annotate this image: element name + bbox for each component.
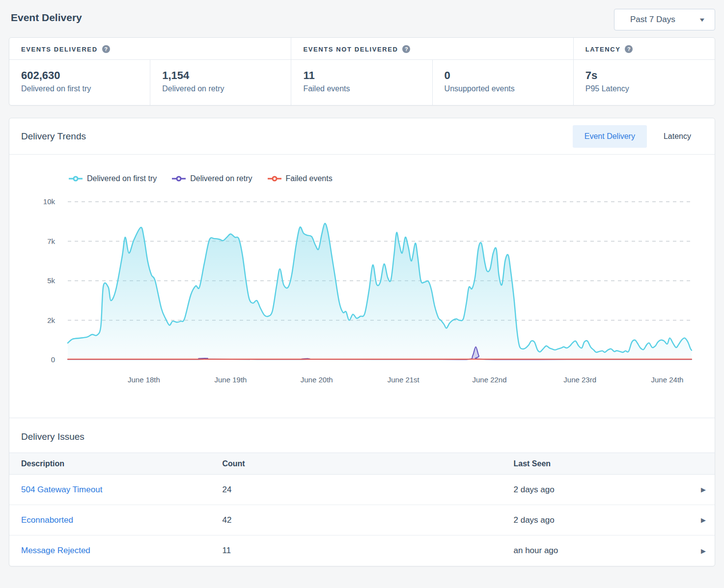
svg-text:June 23rd: June 23rd [563, 375, 596, 384]
svg-text:June 21st: June 21st [388, 375, 420, 384]
col-last-seen: Last Seen [514, 459, 693, 468]
trends-chart[interactable]: 02k5k7k10kJune 18thJune 19thJune 20thJun… [9, 187, 714, 418]
time-range-dropdown[interactable]: Past 7 Days ▼ [614, 9, 715, 30]
issues-title: Delivery Issues [21, 431, 703, 442]
issue-link[interactable]: Econnaborted [21, 515, 222, 525]
chevron-down-icon: ▼ [698, 17, 706, 23]
chevron-right-icon[interactable]: ▶ [701, 516, 706, 524]
delivery-trends-card: Delivery Trends Event Delivery Latency D… [9, 118, 715, 566]
issue-count: 11 [222, 546, 513, 556]
issues-header: Delivery Issues [9, 418, 715, 453]
stat-value: 1,154 [162, 69, 279, 82]
stat-value: 11 [303, 69, 420, 82]
stat-label: Delivered on first try [21, 84, 138, 93]
issues-table-header: Description Count Last Seen [9, 453, 715, 475]
tab-event-delivery[interactable]: Event Delivery [573, 125, 647, 148]
chart-legend: Delivered on first try Delivered on retr… [68, 174, 715, 183]
line-marker-icon [68, 176, 83, 182]
svg-text:5k: 5k [47, 276, 55, 285]
stat-label: Failed events [303, 84, 420, 93]
table-row[interactable]: Message Rejected 11 an hour ago ▶ [9, 535, 715, 566]
stat-value: 602,630 [21, 69, 138, 82]
svg-text:2k: 2k [47, 316, 55, 324]
trends-header: Delivery Trends Event Delivery Latency [9, 118, 715, 155]
chevron-right-icon[interactable]: ▶ [701, 547, 706, 555]
help-icon[interactable]: ? [625, 45, 633, 53]
issue-last-seen: an hour ago [514, 546, 693, 556]
svg-text:June 19th: June 19th [215, 375, 247, 384]
trends-chart-area[interactable]: 02k5k7k10kJune 18thJune 19thJune 20thJun… [9, 187, 714, 418]
issue-last-seen: 2 days ago [514, 515, 693, 525]
col-description: Description [21, 459, 222, 468]
svg-text:June 24th: June 24th [651, 375, 684, 384]
svg-text:June 18th: June 18th [128, 375, 160, 384]
help-icon[interactable]: ? [102, 45, 110, 53]
stat-value: 0 [445, 69, 561, 82]
svg-text:June 20th: June 20th [301, 375, 333, 384]
tab-latency[interactable]: Latency [652, 125, 703, 148]
issue-count: 42 [222, 515, 513, 525]
help-icon[interactable]: ? [402, 45, 410, 53]
line-marker-icon [267, 176, 282, 182]
issue-last-seen: 2 days ago [514, 485, 693, 495]
table-row[interactable]: 504 Gateway Timeout 24 2 days ago ▶ [9, 475, 715, 505]
top-bar: Event Delivery Past 7 Days ▼ [9, 9, 715, 37]
stat-label: Delivered on retry [162, 84, 279, 93]
stat-unsupported: 0 Unsupported events [433, 60, 574, 105]
svg-text:June 22nd: June 22nd [472, 375, 506, 384]
stat-value: 7s [585, 69, 703, 82]
stat-label: Unsupported events [445, 84, 561, 93]
issue-count: 24 [222, 485, 513, 495]
svg-text:0: 0 [51, 355, 55, 364]
svg-text:7k: 7k [47, 237, 55, 245]
legend-item-first-try[interactable]: Delivered on first try [68, 174, 157, 183]
legend-item-failed[interactable]: Failed events [267, 174, 333, 183]
table-row[interactable]: Econnaborted 42 2 days ago ▶ [9, 505, 715, 535]
stats-group-title-latency: LATENCY ? [574, 38, 715, 60]
stat-failed: 11 Failed events [291, 60, 432, 105]
svg-text:10k: 10k [43, 197, 56, 206]
issue-link[interactable]: Message Rejected [21, 546, 222, 556]
stats-card: EVENTS DELIVERED ? EVENTS NOT DELIVERED … [9, 37, 715, 106]
line-marker-icon [171, 176, 186, 182]
page-title: Event Delivery [9, 9, 82, 24]
chevron-right-icon[interactable]: ▶ [701, 486, 706, 493]
legend-item-retry[interactable]: Delivered on retry [171, 174, 252, 183]
trends-tabs: Event Delivery Latency [573, 125, 703, 148]
stats-group-title-delivered: EVENTS DELIVERED ? [9, 38, 291, 60]
stat-first-try: 602,630 Delivered on first try [9, 60, 150, 105]
stat-retry: 1,154 Delivered on retry [150, 60, 291, 105]
stat-label: P95 Latency [585, 84, 703, 93]
time-range-value: Past 7 Days [630, 15, 675, 25]
stat-latency: 7s P95 Latency [574, 60, 715, 105]
trends-title: Delivery Trends [21, 131, 86, 142]
stats-group-title-not-delivered: EVENTS NOT DELIVERED ? [291, 38, 573, 60]
col-count: Count [222, 459, 513, 468]
issue-link[interactable]: 504 Gateway Timeout [21, 485, 222, 495]
